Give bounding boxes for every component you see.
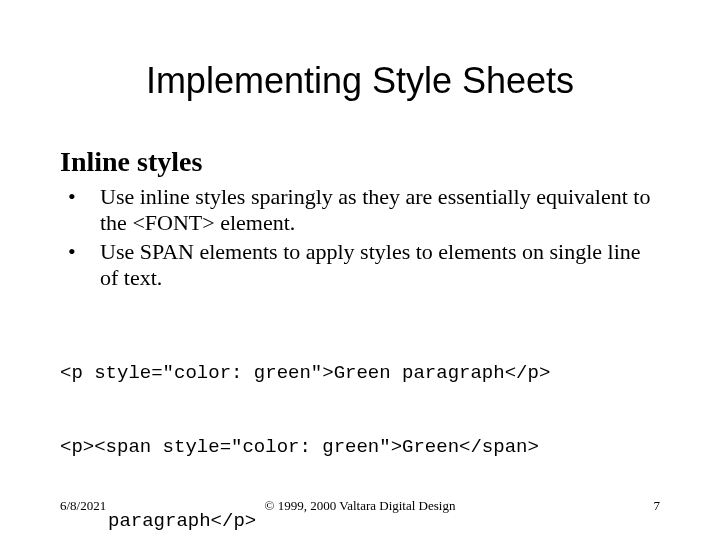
- bullet-list: Use inline styles sparingly as they are …: [60, 184, 660, 292]
- code-line: <p style="color: green">Green paragraph<…: [60, 361, 660, 386]
- slide-subheading: Inline styles: [60, 146, 660, 178]
- slide-title: Implementing Style Sheets: [60, 60, 660, 102]
- bullet-item: Use SPAN elements to apply styles to ele…: [84, 239, 660, 292]
- slide: Implementing Style Sheets Inline styles …: [0, 0, 720, 540]
- code-line: <p><span style="color: green">Green</spa…: [60, 435, 660, 460]
- footer-copyright: © 1999, 2000 Valtara Digital Design: [60, 498, 660, 514]
- slide-footer: 6/8/2021 © 1999, 2000 Valtara Digital De…: [60, 498, 660, 514]
- bullet-item: Use inline styles sparingly as they are …: [84, 184, 660, 237]
